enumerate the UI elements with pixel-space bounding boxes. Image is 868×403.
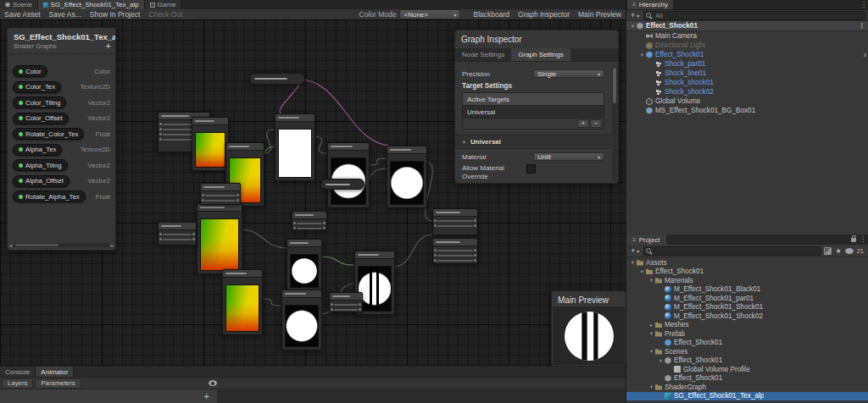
project-row[interactable]: Effect_Shock01 [626, 339, 868, 348]
tab-node-settings[interactable]: Node Settings [455, 48, 511, 61]
project-row[interactable]: M_Effect_Shock01_Shock01 [626, 303, 868, 312]
precision-dropdown[interactable]: Single ▾ [533, 69, 604, 78]
blackboard-property-row[interactable]: Alpha_TexTexture2D [8, 142, 115, 158]
scroll-left-icon[interactable]: ◂ [9, 242, 12, 248]
add-property-button[interactable]: + [106, 41, 111, 50]
project-row[interactable]: ▾Prefab [626, 329, 868, 339]
eye-icon[interactable] [209, 380, 217, 386]
add-layer-button[interactable]: + [204, 391, 209, 401]
save-as-button[interactable]: Save As... [45, 10, 86, 19]
graph-inspector-toggle-button[interactable]: Graph Inspector [514, 10, 574, 19]
package-filter-icon[interactable] [824, 247, 832, 255]
graph-node-rows[interactable] [329, 292, 363, 312]
allow-material-override-checkbox[interactable] [526, 164, 536, 174]
graph-node-pill[interactable] [320, 179, 364, 190]
graph-node-square[interactable] [275, 113, 315, 181]
hierarchy-row[interactable]: Shock_par01 [626, 59, 868, 69]
scroll-right-icon[interactable]: ▸ [111, 242, 114, 248]
property-pill[interactable]: Alpha_Tiling [13, 159, 68, 171]
color-mode-dropdown[interactable]: <None> ▾ [399, 9, 460, 19]
blackboard-property-row[interactable]: Color_TexTexture2D [8, 80, 115, 96]
check-out-button[interactable]: Check Out [144, 10, 186, 19]
project-row[interactable]: M_Effect_Shock01_Shock02 [626, 312, 868, 321]
show-in-project-button[interactable]: Show In Project [86, 10, 145, 19]
graph-node-stack[interactable] [432, 208, 478, 264]
tab-console[interactable]: Console [0, 367, 36, 377]
tab-graph-settings[interactable]: Graph Settings [511, 48, 570, 61]
project-search[interactable] [643, 246, 821, 256]
scrollbar-thumb[interactable] [15, 244, 58, 246]
foldout-arrow[interactable]: ▾ [648, 277, 655, 284]
tab-project[interactable]: ≡ Project [626, 235, 667, 245]
blackboard-horizontal-scrollbar[interactable]: ◂ ▸ [9, 241, 114, 248]
tab-hierarchy[interactable]: ≡ Hierarchy [627, 0, 674, 9]
graph-node-pill[interactable] [249, 73, 305, 85]
hierarchy-row[interactable]: Shock_shock01 [626, 78, 868, 87]
hierarchy-add-button[interactable]: + ▾ [629, 11, 641, 19]
main-preview-viewport[interactable] [553, 306, 625, 365]
hierarchy-row[interactable]: Main Camera [626, 31, 868, 41]
blackboard-property-row[interactable]: ColorColor [8, 63, 115, 80]
project-row[interactable]: ▾Assets [626, 258, 868, 268]
foldout-arrow[interactable]: ▾ [657, 357, 665, 364]
lock-icon[interactable] [851, 238, 856, 242]
foldout-arrow[interactable]: ▸ [648, 322, 655, 328]
property-pill[interactable]: Color_Tex [13, 81, 61, 93]
graph-node-circle[interactable] [387, 146, 427, 208]
project-row[interactable]: ▾Effect_Shock01 [626, 356, 868, 366]
project-row[interactable]: Effect_Shock01 [626, 374, 868, 384]
kebab-menu-icon[interactable]: ⋮ [859, 22, 865, 30]
blackboard-property-row[interactable]: Color_TilingVector2 [8, 95, 115, 111]
graph-node-rows[interactable] [200, 183, 241, 205]
property-pill[interactable]: Rotate_Alpha_Tex [13, 190, 86, 202]
property-pill[interactable]: Color [13, 65, 47, 77]
project-row[interactable]: Global Volume Profile [626, 365, 868, 374]
foldout-arrow[interactable]: ▾ [638, 268, 646, 275]
property-pill[interactable]: Alpha_Offset [13, 175, 70, 187]
blackboard-property-row[interactable]: Rotate_Color_TexFloat [8, 126, 115, 142]
scrollbar-track[interactable] [14, 243, 109, 247]
scrollbar-thumb[interactable] [613, 68, 616, 103]
property-pill[interactable]: Alpha_Tex [13, 144, 62, 156]
tab-shadergraph[interactable]: SG_Effect_Shock01_Tex_alp [38, 0, 145, 9]
hierarchy-row[interactable]: Directional Light [626, 41, 868, 50]
project-row[interactable]: ▸Meshes [626, 321, 868, 330]
save-asset-button[interactable]: Save Asset [0, 10, 45, 19]
hierarchy-search[interactable] [643, 11, 866, 20]
foldout-arrow[interactable]: ▾ [629, 259, 637, 266]
graph-node-rows[interactable] [158, 222, 197, 246]
graph-node-rows[interactable] [292, 211, 327, 229]
foldout-arrow[interactable]: ▾ [648, 348, 655, 355]
graph-node-gradient[interactable] [222, 269, 263, 335]
main-preview-toggle-button[interactable]: Main Preview [574, 10, 626, 19]
material-dropdown[interactable]: Unlit ▾ [533, 152, 604, 161]
hierarchy-row[interactable]: ▾Effect_Shock01› [626, 50, 868, 59]
project-row[interactable]: M_Effect_Shock01_Black01 [626, 285, 868, 295]
foldout-arrow[interactable]: ▾ [629, 23, 637, 30]
property-pill[interactable]: Color_Offset [13, 113, 69, 124]
project-row[interactable]: ▾Marerials [626, 276, 868, 285]
property-pill[interactable]: Color_Tiling [13, 97, 66, 108]
tab-animator[interactable]: Animator [36, 367, 74, 377]
kebab-menu-icon[interactable]: ⋮ [860, 0, 867, 9]
parameters-button[interactable]: Parameters [35, 378, 81, 389]
foldout-arrow[interactable]: ▾ [648, 330, 655, 337]
project-row[interactable]: ▾ShaderGraph [626, 383, 868, 392]
project-search-input[interactable] [655, 247, 819, 255]
kebab-menu-icon[interactable]: ⋮ [860, 235, 866, 245]
hierarchy-row[interactable]: Shock_shock02 [626, 87, 868, 97]
universal-section-header[interactable]: ▾ Universal [455, 135, 611, 149]
add-target-button[interactable]: + [577, 119, 589, 128]
blackboard-property-row[interactable]: Alpha_OffsetVector2 [8, 174, 115, 190]
project-row[interactable]: ▾Effect_Shock01 [626, 268, 868, 277]
blackboard-property-row[interactable]: Alpha_TilingVector2 [8, 157, 115, 174]
animator-canvas[interactable] [218, 389, 626, 403]
project-row[interactable]: ▾Scenes [626, 347, 868, 356]
inspector-scrollbar[interactable] [612, 66, 617, 181]
hierarchy-row[interactable]: MS_Effect_Shock01_BG_Box01 [626, 106, 868, 115]
eye-icon[interactable] [845, 248, 854, 254]
property-pill[interactable]: Rotate_Color_Tex [13, 128, 84, 140]
hierarchy-row[interactable]: Global Volume [626, 97, 868, 106]
blackboard-property-row[interactable]: Rotate_Alpha_TexFloat [8, 189, 115, 205]
foldout-arrow[interactable]: ▾ [638, 52, 646, 58]
